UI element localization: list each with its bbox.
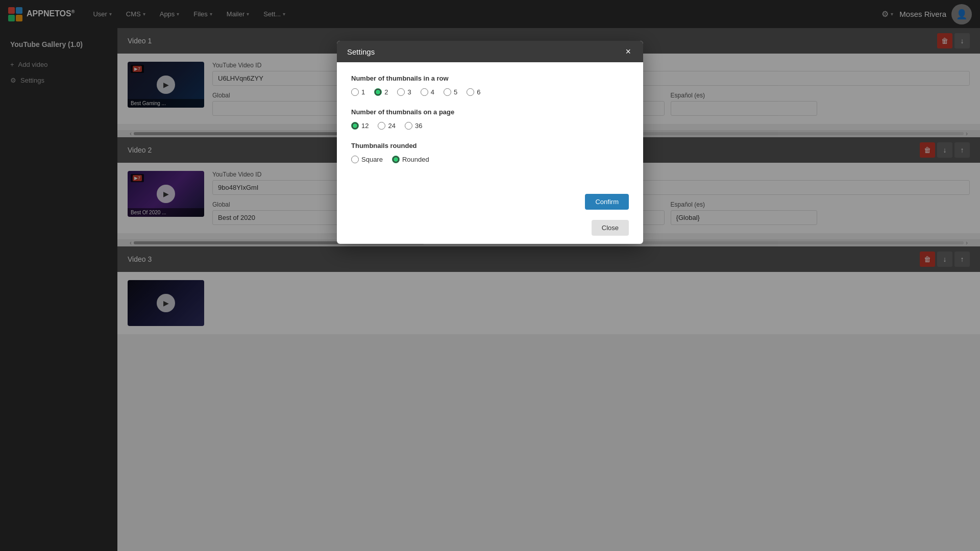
rounded-option-rounded[interactable]: Rounded	[392, 156, 429, 163]
modal-footer: Confirm	[337, 188, 643, 220]
page-option-36[interactable]: 36	[405, 122, 422, 130]
modal-title: Settings	[347, 47, 375, 56]
row-label-1: 1	[361, 88, 365, 96]
page-radio-12[interactable]	[351, 122, 359, 130]
row-radio-1[interactable]	[351, 88, 359, 96]
thumbnails-row-options: 1 2 3 4 5	[351, 88, 629, 96]
page-option-12[interactable]: 12	[351, 122, 369, 130]
rounded-label-square: Square	[361, 156, 383, 163]
page-radio-24[interactable]	[378, 122, 385, 130]
row-label-2: 2	[384, 88, 388, 96]
page-label-12: 12	[361, 122, 369, 130]
rounded-option-square[interactable]: Square	[351, 156, 383, 163]
modal-body: Number of thumbnails in a row 1 2 3	[337, 62, 643, 188]
modal-close-row: Close	[337, 220, 643, 244]
rounded-label-rounded: Rounded	[402, 156, 429, 163]
row-label-5: 5	[454, 88, 457, 96]
thumbnails-page-section: Number of thumbnails on a page 12 24 36	[351, 108, 629, 130]
thumbnails-rounded-label: Thumbnails rounded	[351, 142, 629, 149]
thumbnails-rounded-section: Thumbnails rounded Square Rounded	[351, 142, 629, 163]
modal-header: Settings ×	[337, 41, 643, 62]
row-radio-3[interactable]	[397, 88, 405, 96]
close-button[interactable]: Close	[592, 220, 629, 236]
rounded-radio-square[interactable]	[351, 156, 359, 163]
row-label-3: 3	[407, 88, 411, 96]
row-option-6[interactable]: 6	[467, 88, 480, 96]
thumbnails-row-label: Number of thumbnails in a row	[351, 74, 629, 82]
row-radio-5[interactable]	[444, 88, 451, 96]
thumbnails-rounded-options: Square Rounded	[351, 156, 629, 163]
modal-close-x-button[interactable]: ×	[623, 47, 633, 56]
thumbnails-page-options: 12 24 36	[351, 122, 629, 130]
page-label-36: 36	[415, 122, 422, 130]
row-radio-6[interactable]	[467, 88, 474, 96]
row-option-5[interactable]: 5	[444, 88, 457, 96]
row-option-3[interactable]: 3	[397, 88, 411, 96]
row-label-6: 6	[477, 88, 480, 96]
page-label-24: 24	[388, 122, 395, 130]
row-radio-4[interactable]	[421, 88, 428, 96]
row-option-2[interactable]: 2	[374, 88, 388, 96]
row-option-4[interactable]: 4	[421, 88, 434, 96]
confirm-button[interactable]: Confirm	[585, 194, 629, 210]
settings-modal: Settings × Number of thumbnails in a row…	[337, 41, 643, 244]
row-label-4: 4	[431, 88, 434, 96]
page-option-24[interactable]: 24	[378, 122, 395, 130]
thumbnails-page-label: Number of thumbnails on a page	[351, 108, 629, 116]
rounded-radio-rounded[interactable]	[392, 156, 400, 163]
modal-overlay: Settings × Number of thumbnails in a row…	[0, 0, 980, 551]
row-option-1[interactable]: 1	[351, 88, 365, 96]
thumbnails-row-section: Number of thumbnails in a row 1 2 3	[351, 74, 629, 96]
page-radio-36[interactable]	[405, 122, 412, 130]
row-radio-2[interactable]	[374, 88, 382, 96]
